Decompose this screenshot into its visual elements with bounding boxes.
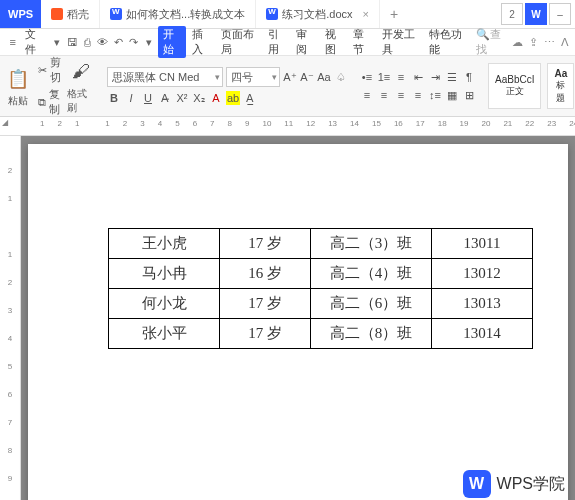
collapse-icon[interactable]: ᐱ (561, 36, 569, 49)
table-cell[interactable]: 13013 (432, 289, 533, 319)
bold-icon[interactable]: B (107, 91, 121, 105)
minimize-icon[interactable]: – (549, 3, 571, 25)
ruler-mark: 11 (284, 119, 293, 128)
ruler-mark (0, 136, 20, 164)
shrink-font-icon[interactable]: A⁻ (300, 70, 314, 84)
table-cell[interactable]: 17 岁 (220, 319, 311, 349)
style-normal[interactable]: AaBbCcI正文 (488, 63, 541, 109)
data-table[interactable]: 王小虎17 岁高二（3）班13011马小冉16 岁高二（4）班13012何小龙1… (108, 228, 533, 349)
ruler-mark: 2 (0, 164, 20, 192)
table-cell[interactable]: 马小冉 (109, 259, 220, 289)
numbering-icon[interactable]: 1≡ (377, 70, 391, 84)
dropdown-icon[interactable]: ▾ (143, 34, 156, 50)
preview-icon[interactable]: 👁 (96, 34, 109, 50)
clear-fmt-icon[interactable]: ♤ (334, 70, 348, 84)
paste-button[interactable]: 📋粘贴 (4, 65, 32, 108)
subscript-icon[interactable]: X₂ (192, 91, 206, 105)
page[interactable]: 王小虎17 岁高二（3）班13011马小冉16 岁高二（4）班13012何小龙1… (28, 144, 568, 500)
line-spacing-icon[interactable]: ↕≡ (428, 88, 442, 102)
tab-section[interactable]: 章节 (349, 27, 375, 57)
format-painter-button[interactable]: 🖌格式刷 (67, 58, 95, 115)
para-mark-icon[interactable]: ¶ (462, 70, 476, 84)
wps-logo[interactable]: WPS (0, 0, 41, 28)
tab-feature[interactable]: 特色功能 (425, 27, 470, 57)
table-cell[interactable]: 高二（3）班 (311, 229, 432, 259)
superscript-icon[interactable]: X² (175, 91, 189, 105)
tab-practice-doc[interactable]: 练习文档.docx× (256, 0, 380, 28)
copy-button[interactable]: ⧉复制 (38, 87, 61, 117)
font-name-select[interactable]: 思源黑体 CN Med (107, 67, 223, 87)
multilevel-icon[interactable]: ≡ (394, 70, 408, 84)
table-row[interactable]: 王小虎17 岁高二（3）班13011 (109, 229, 533, 259)
tab-insert[interactable]: 插入 (188, 27, 214, 57)
new-tab-button[interactable]: + (380, 6, 408, 22)
char-border-icon[interactable]: A̲ (243, 91, 257, 105)
indent-inc-icon[interactable]: ⇥ (428, 70, 442, 84)
tab-layout[interactable]: 页面布局 (217, 27, 262, 57)
tab-dev[interactable]: 开发工具 (378, 27, 423, 57)
font-color-icon[interactable]: A (209, 91, 223, 105)
bullets-icon[interactable]: •≡ (360, 70, 374, 84)
table-cell[interactable]: 13011 (432, 229, 533, 259)
table-cell[interactable]: 17 岁 (220, 229, 311, 259)
table-cell[interactable]: 王小虎 (109, 229, 220, 259)
tab-selector-icon[interactable]: ◢ (2, 118, 8, 127)
tab-howto[interactable]: 如何将文档...转换成文本 (100, 0, 256, 28)
table-cell[interactable]: 17 岁 (220, 289, 311, 319)
close-icon[interactable]: × (363, 8, 369, 20)
shading-icon[interactable]: ▦ (445, 88, 459, 102)
tab-label: 练习文档.docx (282, 7, 352, 22)
ruler-mark: 24 (569, 119, 575, 128)
table-cell[interactable]: 高二（4）班 (311, 259, 432, 289)
strike-icon[interactable]: A̶ (158, 91, 172, 105)
highlight-icon[interactable]: ab (226, 91, 240, 105)
tab-label: 如何将文档...转换成文本 (126, 7, 245, 22)
change-case-icon[interactable]: Aa (317, 70, 331, 84)
font-size-select[interactable]: 四号 (226, 67, 280, 87)
style-heading[interactable]: Aa标题 (547, 63, 574, 109)
sort-icon[interactable]: ☰ (445, 70, 459, 84)
table-cell[interactable]: 高二（6）班 (311, 289, 432, 319)
ruler-mark: 14 (350, 119, 359, 128)
chevron-down-icon[interactable]: ▾ (50, 34, 63, 50)
ruler-mark: 17 (416, 119, 425, 128)
align-justify-icon[interactable]: ≡ (411, 88, 425, 102)
table-cell[interactable]: 13012 (432, 259, 533, 289)
indent-dec-icon[interactable]: ⇤ (411, 70, 425, 84)
cut-button[interactable]: ✂剪切 (38, 55, 61, 85)
align-center-icon[interactable]: ≡ (377, 88, 391, 102)
undo-icon[interactable]: ↶ (112, 34, 125, 50)
vertical-ruler[interactable]: 2112345678910111213 (0, 136, 21, 500)
tab-review[interactable]: 审阅 (292, 27, 318, 57)
table-cell[interactable]: 何小龙 (109, 289, 220, 319)
align-right-icon[interactable]: ≡ (394, 88, 408, 102)
table-cell[interactable]: 16 岁 (220, 259, 311, 289)
share-icon[interactable]: ⇪ (529, 36, 538, 49)
cloud-icon[interactable]: ☁ (512, 36, 523, 49)
borders-icon[interactable]: ⊞ (462, 88, 476, 102)
tab-view[interactable]: 视图 (321, 27, 347, 57)
table-row[interactable]: 何小龙17 岁高二（6）班13013 (109, 289, 533, 319)
horizontal-ruler[interactable]: ◢ 12112345678910111213141516171819202122… (0, 117, 575, 136)
table-row[interactable]: 张小平17 岁高二（8）班13014 (109, 319, 533, 349)
table-cell[interactable]: 13014 (432, 319, 533, 349)
more-icon[interactable]: ⋯ (544, 36, 555, 49)
grow-font-icon[interactable]: A⁺ (283, 70, 297, 84)
tab-home[interactable]: 开始 (158, 26, 186, 58)
print-icon[interactable]: ⎙ (81, 34, 94, 50)
search-box[interactable]: 🔍查找 (472, 27, 510, 57)
italic-icon[interactable]: I (124, 91, 138, 105)
tab-reference[interactable]: 引用 (264, 27, 290, 57)
table-cell[interactable]: 张小平 (109, 319, 220, 349)
table-cell[interactable]: 高二（8）班 (311, 319, 432, 349)
save-icon[interactable]: 🖫 (65, 34, 78, 50)
wps-app-icon[interactable]: W (525, 3, 547, 25)
file-menu[interactable]: 文件 (21, 27, 47, 57)
align-left-icon[interactable]: ≡ (360, 88, 374, 102)
menu-icon[interactable]: ≡ (6, 34, 19, 50)
tab-daike[interactable]: 稻壳 (41, 0, 100, 28)
underline-icon[interactable]: U (141, 91, 155, 105)
table-row[interactable]: 马小冉16 岁高二（4）班13012 (109, 259, 533, 289)
redo-icon[interactable]: ↷ (127, 34, 140, 50)
badge-count[interactable]: 2 (501, 3, 523, 25)
